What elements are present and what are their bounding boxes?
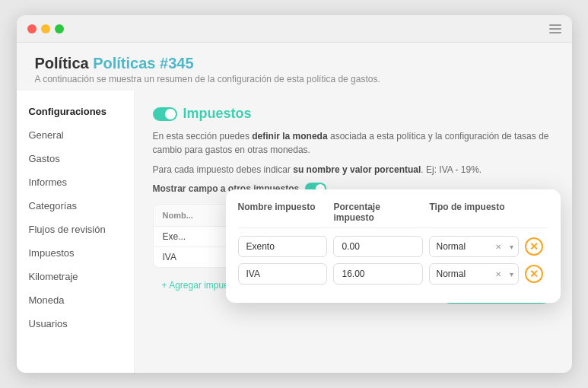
page-subtitle: A continuación se muestra un resumen de … [35, 74, 554, 84]
main-window: Política Políticas #345 A continuación s… [17, 15, 572, 373]
section-title: Impuestos [183, 106, 252, 122]
sidebar-item-categorias[interactable]: Categorías [17, 194, 134, 218]
tipo-arrow-1[interactable]: ▾ [505, 267, 518, 281]
maximize-button[interactable] [55, 24, 64, 33]
sidebar-item-flujos[interactable]: Flujos de revisión [17, 218, 134, 241]
sidebar-item-moneda[interactable]: Moneda [17, 288, 134, 312]
col-tipo: Tipo de impuesto [429, 202, 519, 223]
sidebar-item-kilometraje[interactable]: Kilometraje [17, 265, 134, 288]
tipo-arrow-0[interactable]: ▾ [505, 240, 518, 254]
tipo-clear-0[interactable]: ✕ [491, 240, 505, 254]
delete-row-1[interactable]: ✕ [525, 265, 543, 283]
close-button[interactable] [27, 24, 37, 33]
sidebar: Configuraciones General Gastos Informes … [17, 91, 135, 373]
delete-row-0[interactable]: ✕ [525, 237, 543, 256]
traffic-lights [27, 24, 64, 33]
col-nombre: Nombre impuesto [238, 202, 328, 223]
main-content: Impuestos En esta sección puedes definir… [135, 91, 572, 373]
sidebar-item-gastos[interactable]: Gastos [17, 147, 134, 170]
impuesto-nombre-0[interactable] [238, 236, 328, 257]
impuesto-tipo-1[interactable]: Normal ✕ ▾ [429, 263, 519, 285]
popup-row-iva: Normal ✕ ▾ ✕ [238, 263, 548, 285]
sidebar-item-configuraciones[interactable]: Configuraciones [17, 100, 134, 123]
page-title: Política Políticas #345 [35, 55, 554, 72]
sidebar-item-general[interactable]: General [17, 123, 134, 147]
titlebar [17, 15, 572, 43]
popup-row-exento: Normal ✕ ▾ ✕ [238, 236, 548, 257]
minimize-button[interactable] [41, 24, 50, 33]
sidebar-item-usuarios[interactable]: Usuarios [17, 312, 134, 336]
floating-popup: Nombre impuesto Porcentaje impuesto Tipo… [226, 189, 561, 303]
impuesto-tipo-0[interactable]: Normal ✕ ▾ [429, 236, 519, 257]
popup-header: Nombre impuesto Porcentaje impuesto Tipo… [238, 202, 548, 228]
menu-icon[interactable] [549, 24, 561, 33]
impuesto-porcentaje-1[interactable] [333, 263, 423, 285]
section-toggle[interactable] [153, 107, 177, 121]
impuesto-porcentaje-0[interactable] [333, 236, 423, 257]
content-area: Configuraciones General Gastos Informes … [17, 91, 572, 373]
impuesto-nombre-1[interactable] [238, 263, 328, 285]
tipo-clear-1[interactable]: ✕ [491, 267, 505, 281]
section-desc-1: En esta sección puedes definir la moneda… [153, 129, 554, 157]
section-desc-2: Para cada impuesto debes indicar su nomb… [153, 163, 554, 177]
section-header: Impuestos [153, 106, 554, 122]
sidebar-item-informes[interactable]: Informes [17, 170, 134, 194]
col-porcentaje: Porcentaje impuesto [333, 202, 423, 223]
sidebar-item-impuestos[interactable]: Impuestos [17, 241, 134, 265]
page-header: Política Políticas #345 A continuación s… [17, 43, 572, 91]
